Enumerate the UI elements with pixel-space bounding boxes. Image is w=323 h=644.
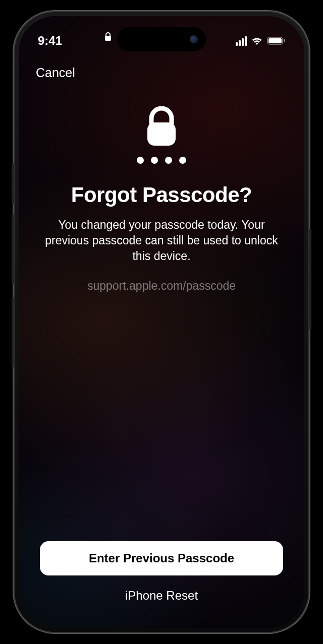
- status-time: 9:41: [38, 34, 62, 48]
- wifi-icon: [251, 36, 263, 45]
- cancel-button[interactable]: Cancel: [36, 66, 75, 80]
- iphone-reset-button[interactable]: iPhone Reset: [125, 589, 198, 603]
- dynamic-island: [117, 27, 206, 51]
- phone-frame: 9:41: [15, 12, 308, 632]
- svg-rect-4: [147, 122, 176, 146]
- passcode-dots: [137, 157, 186, 164]
- passcode-lock-icon: [144, 106, 179, 150]
- enter-previous-passcode-button[interactable]: Enter Previous Passcode: [40, 541, 283, 575]
- description-text: You changed your passcode today. Your pr…: [35, 217, 288, 264]
- phone-screen: 9:41: [19, 16, 304, 628]
- svg-rect-3: [284, 39, 285, 42]
- svg-rect-2: [268, 38, 282, 43]
- page-title: Forgot Passcode?: [71, 183, 252, 207]
- battery-icon: [267, 36, 285, 45]
- front-camera: [190, 35, 198, 43]
- support-link[interactable]: support.apple.com/passcode: [87, 279, 236, 293]
- lock-icon: [104, 32, 112, 43]
- cellular-signal-icon: [236, 36, 247, 46]
- svg-rect-0: [105, 36, 111, 41]
